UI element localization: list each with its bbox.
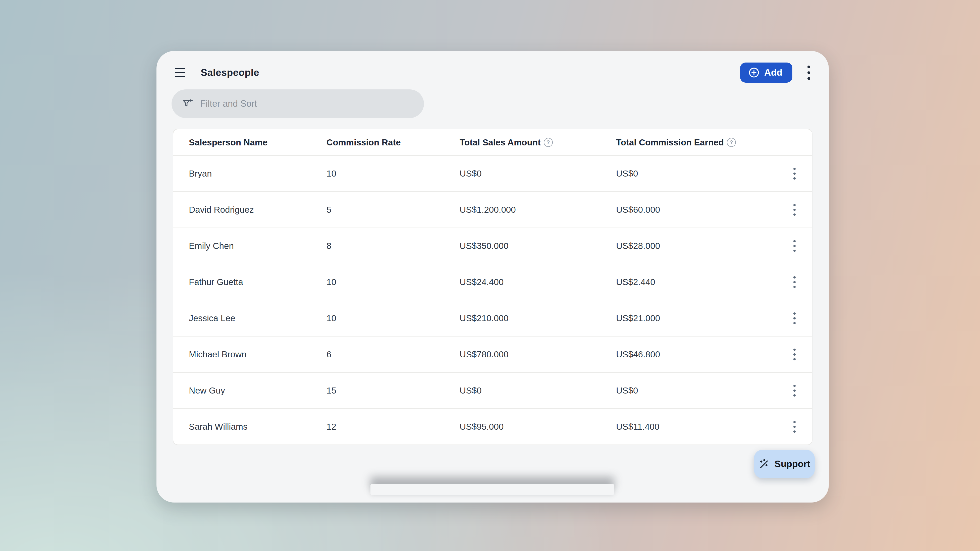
add-button[interactable]: Add <box>740 62 792 83</box>
kebab-menu-icon[interactable] <box>803 62 815 83</box>
kebab-dot <box>793 385 795 387</box>
row-kebab-menu-icon[interactable] <box>788 309 801 328</box>
table-row: New Guy 15 US$0 US$0 <box>173 372 812 408</box>
column-header-label: Commission Rate <box>326 137 401 147</box>
table-row: Emily Chen 8 US$350.000 US$28.000 <box>173 228 812 264</box>
circle-plus-icon <box>748 67 760 78</box>
bottom-sheet-shadow <box>371 484 614 495</box>
cell-total-commission-earned: US$46.800 <box>616 349 777 359</box>
cell-salesperson-name: Michael Brown <box>173 349 326 359</box>
cell-commission-rate: 10 <box>326 313 460 323</box>
filter-input[interactable] <box>200 99 417 109</box>
row-kebab-menu-icon[interactable] <box>788 201 801 219</box>
kebab-dot <box>793 322 795 324</box>
column-header-salesperson-name: Salesperson Name <box>173 137 326 147</box>
hamburger-menu-icon[interactable] <box>175 65 191 81</box>
kebab-dot <box>793 172 795 175</box>
column-header-total-commission-earned: Total Commission Earned ? <box>616 137 777 147</box>
column-header-commission-rate: Commission Rate <box>326 137 460 147</box>
cell-salesperson-name: Jessica Lee <box>173 313 326 323</box>
cell-total-commission-earned: US$28.000 <box>616 241 777 251</box>
table-row: Sarah Williams 12 US$95.000 US$11.400 <box>173 408 812 444</box>
cell-total-commission-earned: US$21.000 <box>616 313 777 323</box>
kebab-dot <box>793 349 795 351</box>
help-icon[interactable]: ? <box>544 138 553 147</box>
top-bar: Salespeople Add <box>156 51 829 94</box>
column-header-total-sales-amount: Total Sales Amount ? <box>460 137 616 147</box>
cell-total-sales-amount: US$95.000 <box>460 422 616 432</box>
kebab-dot <box>793 240 795 242</box>
add-button-label: Add <box>764 67 782 78</box>
cell-salesperson-name: Sarah Williams <box>173 422 326 432</box>
cell-total-sales-amount: US$0 <box>460 385 616 395</box>
kebab-dot <box>793 168 795 170</box>
hamburger-bar <box>175 68 185 69</box>
kebab-dot <box>807 77 810 80</box>
column-header-label: Salesperson Name <box>189 137 267 147</box>
kebab-dot <box>793 250 795 252</box>
table-row: Fathur Guetta 10 US$24.400 US$2.440 <box>173 264 812 300</box>
column-header-label: Total Commission Earned <box>616 137 724 147</box>
kebab-dot <box>793 312 795 315</box>
row-kebab-menu-icon[interactable] <box>788 381 801 400</box>
cell-commission-rate: 15 <box>326 385 460 395</box>
row-kebab-menu-icon[interactable] <box>788 417 801 436</box>
cell-commission-rate: 10 <box>326 169 460 178</box>
table-header-row: Salesperson Name Commission Rate Total S… <box>173 129 812 155</box>
kebab-dot <box>793 286 795 288</box>
hamburger-bar <box>175 76 185 77</box>
hamburger-bar <box>175 72 185 73</box>
cell-total-commission-earned: US$0 <box>616 385 777 395</box>
filter-plus-icon <box>181 98 194 110</box>
cell-total-sales-amount: US$1.200.000 <box>460 205 616 215</box>
cell-total-commission-earned: US$11.400 <box>616 422 777 432</box>
table-body: Bryan 10 US$0 US$0 David Rodriguez 5 US$… <box>173 155 812 444</box>
row-kebab-menu-icon[interactable] <box>788 273 801 291</box>
row-kebab-menu-icon[interactable] <box>788 164 801 183</box>
filter-and-sort-field[interactable] <box>172 89 424 118</box>
kebab-dot <box>793 354 795 356</box>
kebab-dot <box>793 213 795 216</box>
support-button-label: Support <box>775 459 810 470</box>
salespeople-table: Salesperson Name Commission Rate Total S… <box>173 129 813 445</box>
cell-salesperson-name: Emily Chen <box>173 241 326 251</box>
cell-total-sales-amount: US$780.000 <box>460 349 616 359</box>
table-row: Jessica Lee 10 US$210.000 US$21.000 <box>173 300 812 336</box>
support-button[interactable]: Support <box>754 450 815 478</box>
kebab-dot <box>793 209 795 211</box>
kebab-dot <box>793 430 795 433</box>
kebab-dot <box>807 65 810 68</box>
cell-salesperson-name: Bryan <box>173 169 326 178</box>
cell-total-sales-amount: US$350.000 <box>460 241 616 251</box>
kebab-dot <box>793 204 795 206</box>
cell-salesperson-name: David Rodriguez <box>173 205 326 215</box>
help-icon[interactable]: ? <box>727 138 736 147</box>
table-row: Bryan 10 US$0 US$0 <box>173 155 812 191</box>
cell-commission-rate: 5 <box>326 205 460 215</box>
kebab-dot <box>793 281 795 283</box>
row-kebab-menu-icon[interactable] <box>788 237 801 255</box>
page-title: Salespeople <box>200 67 259 78</box>
kebab-dot <box>793 245 795 247</box>
cell-total-sales-amount: US$0 <box>460 169 616 178</box>
magic-wand-icon <box>759 458 770 470</box>
kebab-dot <box>793 317 795 319</box>
row-kebab-menu-icon[interactable] <box>788 345 801 364</box>
kebab-dot <box>793 177 795 180</box>
kebab-dot <box>807 71 810 74</box>
cell-total-sales-amount: US$210.000 <box>460 313 616 323</box>
cell-salesperson-name: New Guy <box>173 385 326 395</box>
cell-total-commission-earned: US$2.440 <box>616 277 777 287</box>
cell-total-commission-earned: US$60.000 <box>616 205 777 215</box>
kebab-dot <box>793 426 795 428</box>
kebab-dot <box>793 394 795 397</box>
table-row: David Rodriguez 5 US$1.200.000 US$60.000 <box>173 191 812 228</box>
kebab-dot <box>793 390 795 392</box>
cell-commission-rate: 10 <box>326 277 460 287</box>
table-row: Michael Brown 6 US$780.000 US$46.800 <box>173 336 812 372</box>
cell-commission-rate: 6 <box>326 349 460 359</box>
kebab-dot <box>793 276 795 279</box>
kebab-dot <box>793 421 795 423</box>
column-header-label: Total Sales Amount <box>460 137 541 147</box>
app-card: Salespeople Add Salesperson Name <box>156 51 829 503</box>
